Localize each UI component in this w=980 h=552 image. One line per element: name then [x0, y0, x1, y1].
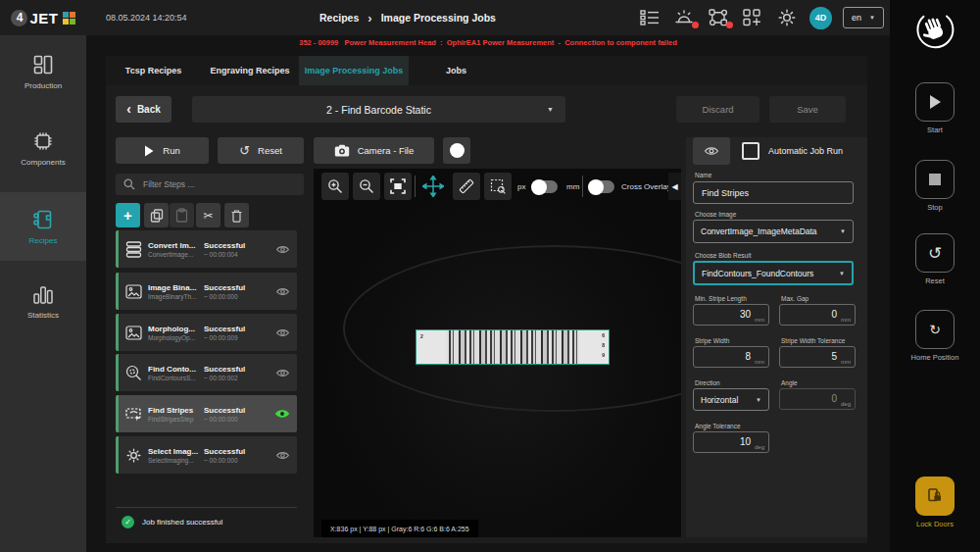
job-select-value: 2 - Find Barcode Static — [326, 104, 431, 116]
job-queue-icon[interactable] — [638, 6, 662, 29]
filter-steps-input[interactable] — [141, 178, 288, 190]
add-step-button[interactable]: + — [116, 203, 140, 227]
step-visibility-eye-icon[interactable] — [275, 286, 290, 297]
user-avatar[interactable]: 4D — [809, 7, 832, 29]
barcode-bars — [446, 330, 579, 364]
step-status: Successful — [204, 406, 269, 415]
choose-image-dropdown[interactable]: ConvertImage_ImageMetaData ▼ — [693, 220, 854, 243]
angle-tolerance-input[interactable]: 10deg — [693, 431, 769, 453]
convert-image-icon — [119, 241, 148, 258]
zoom-region-button[interactable] — [484, 173, 512, 200]
job-status-text: Job finished successful — [142, 518, 222, 527]
chevron-down-icon: ▼ — [756, 397, 761, 403]
cross-overlay-toggle[interactable] — [588, 180, 614, 193]
stripe-width-label: Stripe Width — [695, 337, 729, 344]
back-button[interactable]: ‹ Back — [116, 96, 172, 123]
step-name: Select Imag... — [148, 447, 204, 456]
language-select[interactable]: en ▼ — [843, 7, 884, 28]
logo-4-icon: 4 — [11, 10, 27, 26]
trash-icon — [230, 209, 243, 223]
start-button[interactable] — [915, 82, 955, 122]
home-position-button[interactable]: ↻ — [915, 310, 955, 349]
angle-input-disabled: 0deg — [779, 388, 856, 410]
step-visibility-eye-icon[interactable] — [275, 244, 290, 255]
step-item-convert-image[interactable]: Convert Im...ConvertImage... Successful~… — [116, 230, 297, 268]
save-button[interactable]: Save — [769, 96, 846, 123]
step-item-find-stripes[interactable]: Find StripesFindStripesStep Successful~ … — [116, 395, 297, 432]
camera-source-dropdown[interactable]: Camera - File — [314, 137, 434, 164]
workflow-icon[interactable] — [707, 6, 730, 29]
manual-mode-hand-icon[interactable] — [912, 8, 957, 53]
direction-dropdown[interactable]: Horizontal ▼ — [693, 388, 769, 411]
step-visibility-eye-icon-active[interactable] — [274, 408, 290, 420]
step-name: Image Bina... — [148, 283, 204, 292]
delete-step-button[interactable] — [224, 203, 249, 227]
stripe-width-input[interactable]: 8mm — [693, 346, 769, 368]
step-visibility-eye-icon[interactable] — [275, 450, 290, 461]
sidebar-item-components[interactable]: Components — [0, 129, 86, 167]
sidebar-item-label: Statistics — [27, 311, 59, 320]
stripe-width-tolerance-input[interactable]: 5mm — [779, 346, 856, 368]
chevron-down-icon: ▼ — [547, 106, 554, 113]
sidebar-item-label: Production — [24, 81, 62, 90]
capture-record-button[interactable] — [443, 137, 470, 164]
breadcrumb-section[interactable]: Recipes — [319, 12, 359, 24]
camera-icon — [334, 144, 350, 157]
barcode-quiet-zone-left: 2 — [416, 330, 446, 364]
sidebar-item-recipes[interactable]: Recipes — [0, 192, 86, 261]
tab-jobs[interactable]: Jobs — [409, 56, 504, 85]
lock-doors-button[interactable] — [915, 477, 955, 516]
measure-ruler-button[interactable] — [453, 173, 480, 200]
lock-doors-label: Lock Doors — [890, 520, 980, 528]
zoom-out-button[interactable] — [353, 173, 380, 200]
copy-step-button[interactable] — [144, 203, 169, 227]
collapse-panel-arrow[interactable]: ◀ — [668, 173, 681, 200]
zoom-in-button[interactable] — [321, 173, 349, 200]
choose-image-label: Choose Image — [695, 211, 736, 218]
step-item-select-imaging[interactable]: Select Imag...SelectImaging... Successfu… — [116, 436, 297, 474]
discard-button[interactable]: Discard — [676, 96, 760, 123]
step-status: Successful — [204, 447, 269, 456]
machine-reset-button[interactable]: ↺ — [915, 233, 955, 273]
preview-eye-button[interactable] — [693, 137, 730, 165]
run-button[interactable]: Run — [116, 137, 209, 164]
step-id: MorphologyOp... — [148, 334, 204, 341]
tab-image-processing-jobs[interactable]: Image Processing Jobs — [299, 56, 409, 85]
alarm-icon[interactable] — [672, 6, 696, 29]
statistics-bars-icon — [31, 282, 55, 306]
tab-engraving-recipes[interactable]: Engraving Recipes — [201, 56, 299, 85]
px-toggle[interactable] — [531, 180, 558, 193]
tab-tcsp-recipes[interactable]: Tcsp Recipes — [106, 56, 201, 85]
choose-image-value: ConvertImage_ImageMetaData — [701, 226, 817, 236]
sidebar-item-statistics[interactable]: Statistics — [0, 282, 86, 320]
image-canvas[interactable]: 2 6 8 9 — [314, 169, 681, 537]
reset-steps-button[interactable]: ↺ Reset — [218, 137, 304, 164]
step-item-morphology[interactable]: Morpholog...MorphologyOp... Successful~ … — [116, 314, 297, 351]
app-window: 4 JET 08.05.2024 14:20:54 Recipes › Imag… — [0, 0, 980, 552]
stripe-width-tolerance-label: Stripe Width Tolerance — [781, 337, 845, 344]
step-item-find-contours[interactable]: Find Conto...FindContoursS... Successful… — [116, 354, 297, 391]
step-visibility-eye-icon[interactable] — [275, 368, 290, 378]
stop-button[interactable] — [915, 160, 955, 199]
pan-move-tool[interactable] — [419, 173, 447, 200]
min-stripe-length-input[interactable]: 30mm — [693, 304, 769, 326]
automatic-job-run-checkbox[interactable] — [742, 142, 760, 160]
image-icon — [119, 326, 148, 340]
step-item-image-binary[interactable]: Image Bina...ImageBinaryTh... Successful… — [116, 273, 297, 310]
cut-step-button[interactable]: ✂ — [196, 203, 220, 227]
play-icon — [928, 94, 942, 110]
play-icon — [144, 145, 154, 157]
step-visibility-eye-icon[interactable] — [275, 327, 290, 338]
sidebar-item-production[interactable]: Production — [0, 53, 86, 90]
name-input[interactable] — [693, 181, 854, 204]
max-gap-label: Max. Gap — [781, 295, 808, 302]
error-alert-banner[interactable]: 352 - 00999 Power Measurement Head : Oph… — [86, 38, 890, 47]
job-select-dropdown[interactable]: 2 - Find Barcode Static ▼ — [192, 96, 565, 123]
choose-blob-result-dropdown[interactable]: FindContours_FoundContours ▼ — [693, 261, 854, 285]
paste-step-button[interactable] — [170, 203, 194, 227]
settings-gear-icon[interactable] — [775, 6, 799, 29]
fit-to-screen-button[interactable] — [384, 173, 412, 200]
success-check-icon: ✓ — [122, 516, 134, 528]
max-gap-input[interactable]: 0mm — [779, 304, 856, 326]
add-module-grid-icon[interactable] — [741, 6, 764, 29]
